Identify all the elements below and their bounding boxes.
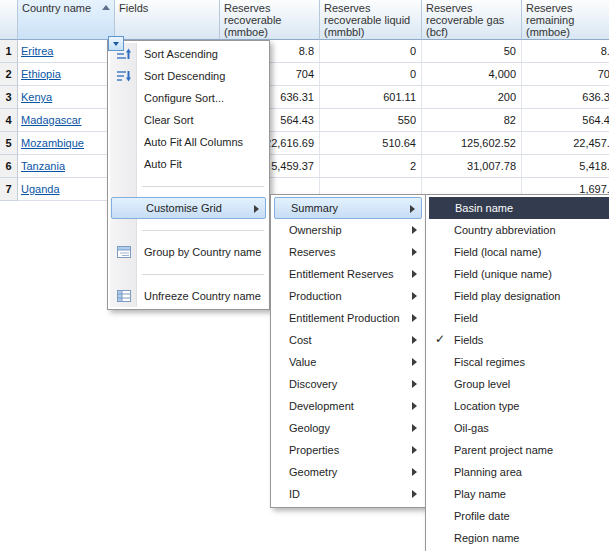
menu-item-label: Field (unique name) (454, 268, 552, 280)
menu-item-auto-fit-all-columns[interactable]: Auto Fit All Columns (110, 131, 267, 153)
cell-remaining: 564.43 (522, 109, 609, 132)
menu-item-production[interactable]: Production (273, 285, 423, 307)
cell-country: Ethiopia (18, 63, 115, 86)
menu-item-configure-sort[interactable]: Configure Sort... (110, 87, 267, 109)
menu-item-sort-ascending[interactable]: Sort Ascending (110, 43, 267, 65)
column-header-country-name[interactable]: Country name (18, 0, 115, 40)
menu-item-play-name[interactable]: Play name (428, 483, 609, 505)
menu-item-label: Group by Country name (144, 246, 261, 258)
row-number[interactable]: 4 (0, 109, 18, 132)
cell-liquid: 2 (320, 155, 422, 178)
country-link[interactable]: Kenya (21, 91, 52, 103)
menu-item-group-level[interactable]: Group level (428, 373, 609, 395)
cell-liquid: 0 (320, 63, 422, 86)
cell-country: Madagascar (18, 109, 115, 132)
table-row: 3 Kenya 636.31 601.11 200 636.31 (0, 86, 609, 109)
menu-item-clear-sort[interactable]: Clear Sort (110, 109, 267, 131)
menu-item-customise-grid[interactable]: Customise Grid (111, 197, 266, 219)
menu-item-cost[interactable]: Cost (273, 329, 423, 351)
menu-item-region-name[interactable]: Region name (428, 527, 609, 549)
country-link[interactable]: Ethiopia (21, 68, 61, 80)
menu-item-parent-project-name[interactable]: Parent project name (428, 439, 609, 461)
column-header-reserves-recoverable[interactable]: Reserves recoverable (mmboe) (220, 0, 320, 40)
menu-item-field-unique-name[interactable]: Field (unique name) (428, 263, 609, 285)
column-header-reserves-remaining[interactable]: Reserves remaining (mmboe) (522, 0, 609, 40)
menu-item-label: Location type (454, 400, 519, 412)
submenu-arrow-icon (254, 205, 259, 213)
menu-item-planning-area[interactable]: Planning area (428, 461, 609, 483)
row-number[interactable]: 6 (0, 155, 18, 178)
country-link[interactable]: Tanzania (21, 160, 65, 172)
menu-item-oil-gas[interactable]: Oil-gas (428, 417, 609, 439)
country-link[interactable]: Mozambique (21, 137, 84, 149)
cell-remaining: 22,457.9 (522, 132, 609, 155)
menu-item-geometry[interactable]: Geometry (273, 461, 423, 483)
menu-item-label: Value (289, 356, 316, 368)
menu-item-summary[interactable]: Summary (274, 197, 422, 219)
cell-gas: 31,007.78 (422, 155, 522, 178)
menu-item-group-by-country-name[interactable]: Group by Country name (110, 241, 267, 263)
menu-item-entitlement-reserves[interactable]: Entitlement Reserves (273, 263, 423, 285)
menu-item-label: Geology (289, 422, 330, 434)
row-number[interactable]: 7 (0, 178, 18, 201)
column-header-fields[interactable]: Fields (115, 0, 220, 40)
row-number-header (0, 0, 18, 40)
menu-item-label: Discovery (289, 378, 337, 390)
cell-country: Kenya (18, 86, 115, 109)
menu-item-id[interactable]: ID (273, 483, 423, 505)
column-header-reserves-recoverable-gas[interactable]: Reserves recoverable gas (bcf) (422, 0, 522, 40)
cell-country: Uganda (18, 178, 115, 201)
menu-item-location-type[interactable]: Location type (428, 395, 609, 417)
country-link[interactable]: Uganda (21, 183, 60, 195)
menu-item-unfreeze-country-name[interactable]: Unfreeze Country name (110, 285, 267, 307)
menu-item-country-abbreviation[interactable]: Country abbreviation (428, 219, 609, 241)
menu-item-value[interactable]: Value (273, 351, 423, 373)
cell-country: Eritrea (18, 40, 115, 63)
menu-item-label: Basin name (455, 202, 513, 214)
cell-gas: 125,602.52 (422, 132, 522, 155)
menu-item-fields[interactable]: ✓ Fields (428, 329, 609, 351)
column-menu-button[interactable] (108, 36, 124, 51)
menu-item-development[interactable]: Development (273, 395, 423, 417)
menu-item-label: Planning area (454, 466, 522, 478)
menu-item-discovery[interactable]: Discovery (273, 373, 423, 395)
menu-item-label: ID (289, 488, 300, 500)
menu-item-label: Customise Grid (146, 202, 222, 214)
menu-item-profile-date[interactable]: Profile date (428, 505, 609, 527)
menu-item-field-play-designation[interactable]: Field play designation (428, 285, 609, 307)
menu-item-label: Configure Sort... (144, 92, 224, 104)
column-label: Country name (22, 2, 91, 14)
menu-item-field-local-name[interactable]: Field (local name) (428, 241, 609, 263)
menu-item-ownership[interactable]: Ownership (273, 219, 423, 241)
submenu-arrow-icon (412, 336, 417, 344)
menu-item-label: Country abbreviation (454, 224, 556, 236)
menu-item-fiscal-regimes[interactable]: Fiscal regimes (428, 351, 609, 373)
menu-item-sort-descending[interactable]: Sort Descending (110, 65, 267, 87)
column-label: Reserves remaining (mmboe) (526, 2, 574, 38)
menu-item-geology[interactable]: Geology (273, 417, 423, 439)
menu-item-reserves[interactable]: Reserves (273, 241, 423, 263)
menu-item-label: Auto Fit All Columns (144, 136, 243, 148)
menu-item-entitlement-production[interactable]: Entitlement Production (273, 307, 423, 329)
menu-item-field[interactable]: Field (428, 307, 609, 329)
menu-item-label: Field (local name) (454, 246, 541, 258)
row-number[interactable]: 1 (0, 40, 18, 63)
country-link[interactable]: Madagascar (21, 114, 82, 126)
menu-item-basin-name[interactable]: Basin name (429, 197, 609, 219)
cell-liquid: 550 (320, 109, 422, 132)
row-number[interactable]: 5 (0, 132, 18, 155)
menu-item-auto-fit[interactable]: Auto Fit (110, 153, 267, 175)
row-number[interactable]: 3 (0, 86, 18, 109)
row-number[interactable]: 2 (0, 63, 18, 86)
column-label: Reserves recoverable gas (bcf) (426, 2, 504, 38)
country-link[interactable]: Eritrea (21, 45, 53, 57)
menu-item-properties[interactable]: Properties (273, 439, 423, 461)
menu-item-label: Geometry (289, 466, 337, 478)
menu-item-label: Profile date (454, 510, 510, 522)
menu-separator (110, 263, 267, 285)
column-header-reserves-recoverable-liquid[interactable]: Reserves recoverable liquid (mmbbl) (320, 0, 422, 40)
menu-item-label: Fields (454, 334, 483, 346)
check-icon: ✓ (435, 332, 445, 346)
menu-item-label: Production (289, 290, 342, 302)
menu-item-label: Play name (454, 488, 506, 500)
